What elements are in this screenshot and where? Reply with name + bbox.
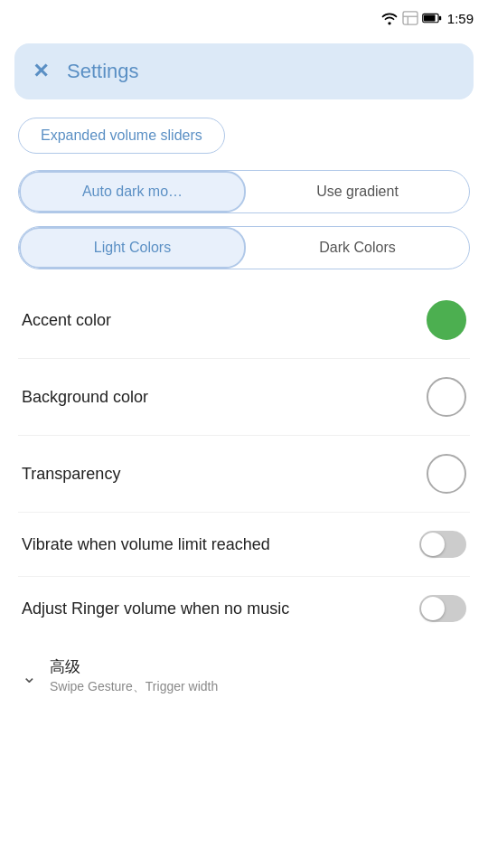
wifi-icon xyxy=(380,11,399,25)
settings-content: Expanded volume sliders Auto dark mo… Us… xyxy=(0,99,488,704)
advanced-section[interactable]: ⌄ 高级 Swipe Gesture、Trigger width xyxy=(18,640,470,704)
accent-color-label: Accent color xyxy=(22,311,427,330)
ringer-toggle[interactable] xyxy=(419,595,466,622)
advanced-subtitle: Swipe Gesture、Trigger width xyxy=(50,679,218,695)
settings-title: Settings xyxy=(67,60,139,83)
battery-icon xyxy=(422,12,442,24)
dark-colors-button[interactable]: Dark Colors xyxy=(246,227,469,269)
use-gradient-button[interactable]: Use gradient xyxy=(246,171,469,212)
vibrate-toggle-knob xyxy=(421,533,445,556)
table-row: Vibrate when volume limit reached xyxy=(18,513,470,577)
table-row: Accent color xyxy=(18,282,470,359)
light-colors-button[interactable]: Light Colors xyxy=(19,227,246,269)
expanded-volume-sliders-button[interactable]: Expanded volume sliders xyxy=(18,118,225,154)
auto-dark-mode-button[interactable]: Auto dark mo… xyxy=(19,171,246,212)
chevron-down-icon: ⌄ xyxy=(22,665,37,687)
table-row: Adjust Ringer volume when no music xyxy=(18,577,470,640)
svg-rect-4 xyxy=(424,14,436,21)
transparency-picker[interactable] xyxy=(427,454,466,494)
svg-rect-5 xyxy=(439,16,441,21)
vibrate-toggle[interactable] xyxy=(419,531,466,558)
ringer-toggle-knob xyxy=(421,597,445,620)
advanced-content: 高级 Swipe Gesture、Trigger width xyxy=(50,656,218,695)
settings-list: Accent color Background color Transparen… xyxy=(18,282,470,640)
settings-header: ✕ Settings xyxy=(14,43,474,99)
accent-color-picker[interactable] xyxy=(427,300,466,340)
table-row: Background color xyxy=(18,359,470,436)
close-button[interactable]: ✕ xyxy=(33,61,49,81)
signal-icon xyxy=(402,11,418,25)
advanced-title: 高级 xyxy=(50,656,218,677)
status-bar: 1:59 xyxy=(0,0,488,36)
status-icons xyxy=(380,11,442,25)
transparency-label: Transparency xyxy=(22,465,427,484)
vibrate-label: Vibrate when volume limit reached xyxy=(22,535,419,554)
table-row: Transparency xyxy=(18,436,470,513)
color-mode-toggle-group: Light Colors Dark Colors xyxy=(18,226,470,269)
ringer-label: Adjust Ringer volume when no music xyxy=(22,599,419,618)
background-color-label: Background color xyxy=(22,388,427,407)
svg-rect-0 xyxy=(403,12,418,24)
background-color-picker[interactable] xyxy=(427,377,466,417)
dark-mode-toggle-group: Auto dark mo… Use gradient xyxy=(18,170,470,213)
status-time: 1:59 xyxy=(447,11,474,26)
